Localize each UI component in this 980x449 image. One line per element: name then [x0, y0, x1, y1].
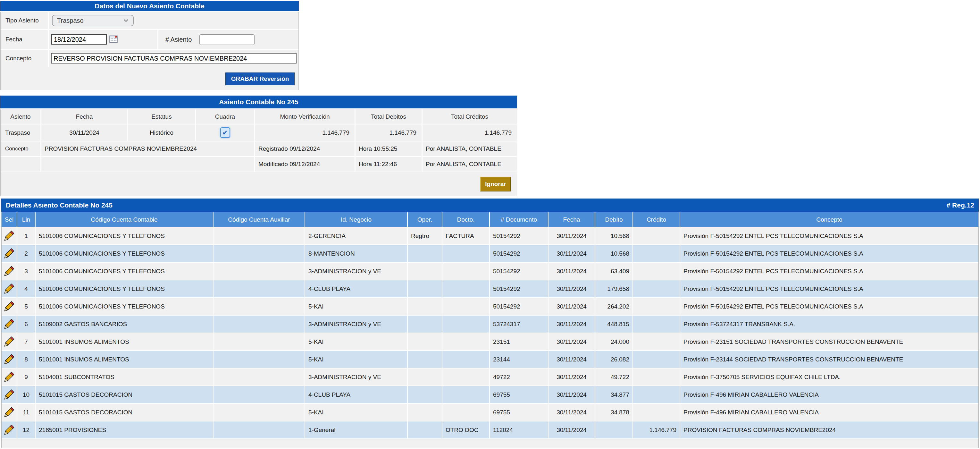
cell-id-negocio: 5-KAI — [305, 404, 407, 421]
cell-num-documento: 23144 — [490, 351, 548, 368]
edit-pencil-icon[interactable] — [4, 248, 15, 260]
details-col-label[interactable]: Lin — [22, 216, 30, 223]
cell-lin: 9 — [18, 368, 35, 385]
cell-lin: 5 — [18, 298, 35, 315]
details-col-oper-[interactable]: Oper. — [408, 212, 442, 227]
cell-lin: 1 — [18, 228, 35, 244]
cell-concepto: Provisión F-50154292 ENTEL PCS TELECOMUN… — [680, 245, 978, 262]
details-col-label[interactable]: Docto. — [457, 216, 475, 223]
edit-pencil-icon[interactable] — [4, 371, 15, 383]
fecha-input[interactable] — [51, 34, 107, 45]
cell-num-documento: 50154292 — [490, 228, 548, 244]
details-col-id-negocio: Id. Negocio — [305, 212, 407, 227]
details-col-debito[interactable]: Debito — [595, 212, 633, 227]
cell-cuenta-contable: 5101001 INSUMOS ALIMENTOS — [36, 351, 213, 368]
edit-pencil-icon[interactable] — [4, 318, 15, 330]
cell-num-documento: 49722 — [490, 368, 548, 385]
cell-docto — [442, 368, 489, 385]
edit-pencil-icon[interactable] — [4, 301, 15, 313]
concepto-input[interactable] — [51, 53, 296, 64]
details-col-label: Id. Negocio — [341, 216, 372, 223]
cell-credito — [633, 386, 679, 403]
details-col-label[interactable]: Código Cuenta Contable — [91, 216, 158, 223]
row-select-cell — [2, 333, 17, 350]
calendar-icon[interactable] — [109, 35, 118, 44]
row-select-cell — [2, 315, 17, 333]
details-col-label: Sel — [5, 216, 13, 223]
cell-num-documento: 50154292 — [490, 280, 548, 297]
cell-docto — [442, 333, 489, 350]
cell-concepto: Provisión F-50154292 ENTEL PCS TELECOMUN… — [680, 298, 978, 315]
new-entry-form: Datos del Nuevo Asiento Contable Tipo As… — [0, 1, 299, 90]
cell-debito: 34.877 — [595, 386, 633, 403]
cell-num-documento: 23151 — [490, 333, 548, 350]
row-select-cell — [2, 245, 17, 262]
details-col-lin[interactable]: Lin — [18, 212, 35, 227]
cell-debito: 264.202 — [595, 298, 633, 315]
details-col-docto-[interactable]: Docto. — [442, 212, 489, 227]
details-col-sel: Sel — [2, 212, 17, 227]
details-table: Detalles Asiento Contable No 245 # Reg.1… — [1, 199, 979, 448]
cell-id-negocio: 5-KAI — [305, 333, 407, 350]
grabar-reversion-button[interactable]: GRABAR Reversión — [225, 72, 294, 85]
row-select-cell — [2, 228, 17, 244]
cell-credito — [633, 351, 679, 368]
cell-debito: 10.568 — [595, 228, 633, 244]
cell-cuenta-auxiliar — [213, 351, 305, 368]
col-fecha: Fecha — [41, 109, 127, 124]
cell-cuenta-auxiliar — [213, 333, 305, 350]
tipo-asiento-select[interactable]: Traspaso — [52, 15, 134, 26]
edit-pencil-icon[interactable] — [4, 353, 15, 366]
edit-pencil-icon[interactable] — [4, 265, 15, 277]
edit-pencil-icon[interactable] — [4, 424, 15, 436]
cell-fecha: 30/11/2024 — [549, 245, 595, 262]
details-col-label[interactable]: Oper. — [417, 216, 432, 223]
chevron-down-icon — [123, 19, 129, 22]
cell-cuenta-contable: 5101006 COMUNICACIONES Y TELEFONOS — [36, 228, 213, 244]
edit-pencil-icon[interactable] — [4, 406, 15, 419]
details-col-label[interactable]: Concepto — [816, 216, 842, 223]
cell-credito — [633, 404, 679, 421]
cell-oper — [408, 368, 442, 385]
cell-credito — [633, 245, 679, 262]
cell-lin: 10 — [18, 386, 35, 403]
cell-oper: Regtro — [408, 228, 442, 244]
row-select-cell — [2, 368, 17, 385]
edit-pencil-icon[interactable] — [4, 389, 15, 401]
cell-concepto: Provisión F-496 MIRIAN CABALLERO VALENCI… — [680, 386, 978, 403]
details-col-label[interactable]: Debito — [605, 216, 623, 223]
cuadra-checkbox[interactable]: ✔ — [220, 127, 230, 138]
details-col-fecha: Fecha — [549, 212, 595, 227]
estatus-value: Histórico — [128, 124, 195, 141]
cell-cuenta-auxiliar — [213, 298, 305, 315]
edit-pencil-icon[interactable] — [4, 336, 15, 348]
entry-summary-table: Asiento Contable No 245 Asiento Fecha Es… — [0, 96, 517, 196]
fecha-label: Fecha — [1, 30, 48, 49]
cell-num-documento: 53724317 — [490, 315, 548, 333]
cell-cuenta-auxiliar — [213, 386, 305, 403]
col-cuadra: Cuadra — [196, 109, 254, 124]
cell-cuenta-auxiliar — [213, 315, 305, 333]
cell-credito — [633, 263, 679, 280]
details-title: Detalles Asiento Contable No 245 — [6, 201, 113, 209]
row-select-cell — [2, 263, 17, 280]
cell-id-negocio: 4-CLUB PLAYA — [305, 386, 407, 403]
num-asiento-input[interactable] — [199, 34, 255, 45]
details-col-c-digo-cuenta-contable[interactable]: Código Cuenta Contable — [36, 212, 213, 227]
details-col--documento: # Documento — [490, 212, 548, 227]
cell-debito: 49.722 — [595, 368, 633, 385]
edit-pencil-icon[interactable] — [4, 230, 15, 242]
edit-pencil-icon[interactable] — [4, 283, 15, 295]
details-col-label[interactable]: Crédito — [647, 216, 666, 223]
cell-credito — [633, 333, 679, 350]
cell-concepto: PROVISION FACTURAS COMPRAS NOVIEMBRE2024 — [680, 422, 978, 438]
cell-fecha: 30/11/2024 — [549, 315, 595, 333]
cell-docto — [442, 386, 489, 403]
form-title: Datos del Nuevo Asiento Contable — [0, 1, 299, 11]
details-col-concepto[interactable]: Concepto — [680, 212, 978, 227]
ignorar-button[interactable]: Ignorar — [480, 177, 511, 191]
cell-docto — [442, 245, 489, 262]
cell-num-documento: 50154292 — [490, 245, 548, 262]
cell-docto — [442, 351, 489, 368]
details-col-cr-dito[interactable]: Crédito — [633, 212, 679, 227]
